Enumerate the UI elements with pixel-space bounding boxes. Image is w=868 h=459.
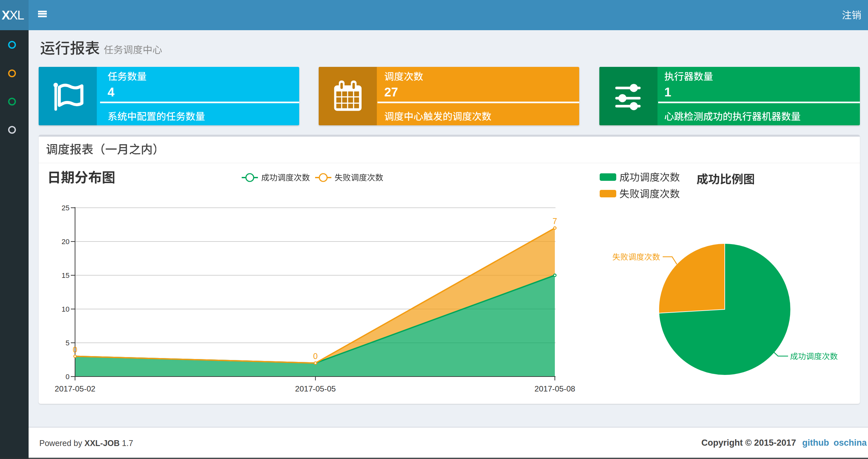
svg-text:7: 7	[553, 217, 557, 226]
svg-text:10: 10	[62, 305, 69, 313]
svg-text:0: 0	[66, 373, 69, 381]
svg-text:2017-05-02: 2017-05-02	[55, 384, 95, 393]
svg-text:0: 0	[73, 345, 77, 354]
svg-text:0: 0	[313, 352, 318, 361]
svg-text:15: 15	[62, 271, 69, 280]
svg-text:2017-05-05: 2017-05-05	[295, 384, 336, 393]
svg-text:5: 5	[66, 339, 69, 347]
svg-text:20: 20	[62, 238, 69, 246]
svg-text:25: 25	[62, 204, 69, 212]
